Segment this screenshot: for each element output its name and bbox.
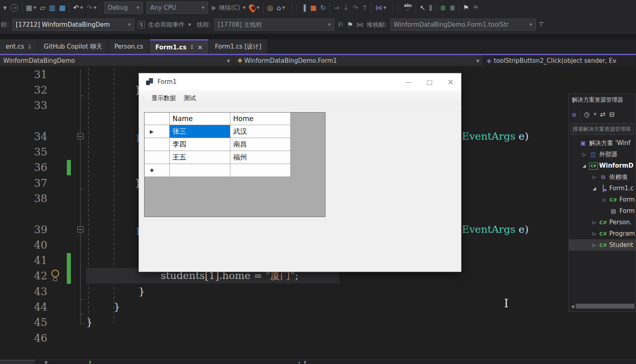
- grid-cell[interactable]: 武汉: [230, 125, 291, 138]
- undo-icon[interactable]: ↶▼: [73, 4, 83, 11]
- find-in-files-icon[interactable]: ◎: [267, 4, 273, 11]
- tree-item-外部源[interactable]: ▷◫外部源: [569, 149, 636, 160]
- grid-cell[interactable]: 张三: [170, 125, 230, 138]
- close-button[interactable]: ×: [440, 73, 461, 90]
- tree-expander-icon[interactable]: ▷: [591, 231, 597, 236]
- quick-actions-lightbulb-icon[interactable]: [50, 270, 60, 282]
- tree-expander-icon[interactable]: ▷: [602, 197, 607, 202]
- code-map-icon[interactable]: ⋈▼: [375, 4, 386, 11]
- format-document-icon[interactable]: ≣: [440, 4, 446, 11]
- tree-expander-icon[interactable]: ▷: [581, 152, 587, 157]
- switch-views-icon[interactable]: ⧈: [572, 111, 576, 118]
- column-header-name[interactable]: Name: [170, 113, 230, 125]
- flagged-threads-only-icon[interactable]: ⚑: [347, 21, 353, 28]
- lifecycle-events-button[interactable]: 生命周期事件: [148, 21, 185, 29]
- lifecycle-events-icon[interactable]: ↯: [138, 21, 145, 28]
- pin-icon[interactable]: ↧: [27, 44, 32, 50]
- tree-expander-icon[interactable]: ◢: [591, 186, 597, 191]
- type-dropdown[interactable]: ❖WinformDataBingDemo.Form1 ▼: [234, 55, 483, 66]
- selection-pointer-icon[interactable]: ↖: [420, 4, 425, 11]
- fold-collapse-icon[interactable]: −: [77, 226, 83, 232]
- tree-item-解决方案-Winf[interactable]: ▣解决方案 'Winf: [569, 137, 636, 149]
- continue-button[interactable]: ▶继续(C)▼: [212, 4, 246, 12]
- document-outline-icon[interactable]: ⫼: [429, 4, 432, 11]
- tree-expander-icon[interactable]: ▷: [591, 243, 597, 248]
- tree-item-Person-[interactable]: ▷C#Person.: [569, 217, 636, 228]
- new-row-header[interactable]: ✱: [145, 164, 170, 177]
- menu-item-测试[interactable]: 测试: [180, 94, 200, 102]
- step-out-icon[interactable]: ↑: [362, 4, 368, 11]
- tab-form1-cs[interactable]: Form1.cs↧×: [150, 39, 208, 54]
- new-project-icon[interactable]: ▦▼: [26, 4, 36, 11]
- tree-item-Program[interactable]: ▷C#Program: [569, 228, 636, 239]
- row-header[interactable]: ▶: [145, 125, 170, 138]
- form1-title-bar[interactable]: Form1 — □ ×: [139, 73, 461, 90]
- thread-combo[interactable]: [17708] 主线程▼: [214, 19, 334, 31]
- solution-explorer-title[interactable]: 解决方案资源管理器: [569, 94, 636, 106]
- pause-icon[interactable]: ‖: [303, 4, 306, 11]
- tree-expander-icon[interactable]: ▷: [591, 220, 597, 225]
- configuration-combo[interactable]: Debug▼: [104, 2, 143, 14]
- save-all-icon[interactable]: ▩: [59, 4, 66, 11]
- platform-combo[interactable]: Any CPU▼: [147, 2, 208, 14]
- column-header-home[interactable]: Home: [230, 113, 291, 125]
- scrollbar-thumb[interactable]: [576, 304, 634, 309]
- horizontal-scrollbar[interactable]: ◀: [569, 303, 635, 309]
- lifecycle-caret-icon[interactable]: ▼: [188, 23, 191, 27]
- format-selection-icon[interactable]: ≣: [449, 4, 455, 11]
- tree-expander-icon[interactable]: ◢: [581, 163, 587, 168]
- show-next-statement-icon[interactable]: →: [334, 4, 339, 11]
- tree-item-Student[interactable]: ▷C#Student: [569, 239, 636, 251]
- grid-cell[interactable]: [170, 164, 230, 177]
- solution-search-input[interactable]: 搜索解决方案资源管理器: [570, 123, 634, 135]
- grid-cell[interactable]: 南昌: [230, 138, 291, 151]
- stop-icon[interactable]: ■: [310, 4, 317, 11]
- grid-cell[interactable]: 李四: [170, 138, 230, 151]
- grid-cell[interactable]: 福州: [230, 151, 291, 164]
- toolbar-overflow-icon[interactable]: ▾: [539, 22, 543, 27]
- fold-collapse-icon[interactable]: −: [77, 133, 83, 139]
- pin-icon[interactable]: ↧: [190, 44, 194, 50]
- project-dropdown[interactable]: WinformDataBingDemo▼: [0, 55, 233, 66]
- hot-reload-icon[interactable]: ▼: [249, 4, 260, 12]
- spell-check-icon[interactable]: abc✓: [404, 4, 412, 12]
- process-combo[interactable]: [17212] WinformDataBingDem▼: [12, 19, 134, 31]
- pending-changes-filter-icon[interactable]: ◷: [584, 111, 589, 118]
- tab-github-copilot-[interactable]: GitHub Copilot 聊天: [38, 39, 108, 54]
- navigate-backward-icon[interactable]: →: [11, 4, 18, 12]
- row-header[interactable]: [145, 138, 170, 151]
- browse-home-icon[interactable]: ⌂▼: [277, 4, 285, 11]
- grid-cell[interactable]: 王五: [170, 151, 230, 164]
- maximize-button[interactable]: □: [419, 73, 440, 90]
- row-header[interactable]: [145, 151, 170, 164]
- stack-frame-combo[interactable]: WinformDataBingDemo.Form1.toolStr▼: [390, 19, 536, 31]
- bookmark-icon[interactable]: ⚑: [463, 4, 469, 11]
- data-grid-view[interactable]: NameHome▶张三武汉李四南昌王五福州✱: [144, 112, 325, 217]
- member-dropdown[interactable]: ◈ toolStripButton2_Click(object sender, …: [483, 55, 635, 66]
- collapse-all-icon[interactable]: ⊟: [609, 111, 614, 118]
- tab-person-cs[interactable]: Person.cs: [108, 39, 149, 54]
- tab-form1-cs-[interactable]: Form1.cs [设计]: [209, 39, 267, 54]
- save-icon[interactable]: ▥: [49, 4, 55, 11]
- redo-icon[interactable]: ↷▼: [87, 4, 96, 11]
- grid-cell[interactable]: [230, 164, 291, 177]
- step-over-icon[interactable]: ↷: [353, 4, 358, 11]
- bookmark-prev-icon[interactable]: ⚑: [473, 4, 479, 11]
- scroll-left-icon[interactable]: ◀: [569, 304, 576, 309]
- menu-item-显示数据[interactable]: 显示数据: [147, 94, 180, 102]
- step-into-icon[interactable]: ↓: [343, 4, 349, 11]
- tree-item-Form1-c[interactable]: ◢Form1.c: [569, 183, 636, 194]
- sync-with-active-document-icon[interactable]: ⇄: [600, 111, 605, 118]
- flag-threads-icon[interactable]: ⚐: [338, 21, 344, 28]
- tree-item-Form[interactable]: ▤Form: [569, 205, 636, 217]
- close-tab-icon[interactable]: ×: [198, 43, 203, 51]
- tree-item-WinformD[interactable]: ◢C#WinformD: [569, 160, 636, 171]
- toolbar-options-caret-icon[interactable]: ▾: [3, 4, 7, 11]
- tree-item-Form[interactable]: ▷C#Form: [569, 194, 636, 205]
- open-folder-icon[interactable]: ▱: [40, 4, 45, 11]
- tab-ent-cs[interactable]: ent.cs↧: [0, 39, 37, 54]
- tree-expander-icon[interactable]: ▷: [591, 175, 597, 180]
- minimize-button[interactable]: —: [398, 73, 419, 90]
- tree-item-依赖项[interactable]: ▷⧉依赖项: [569, 171, 636, 183]
- restart-icon[interactable]: ↻: [320, 4, 326, 11]
